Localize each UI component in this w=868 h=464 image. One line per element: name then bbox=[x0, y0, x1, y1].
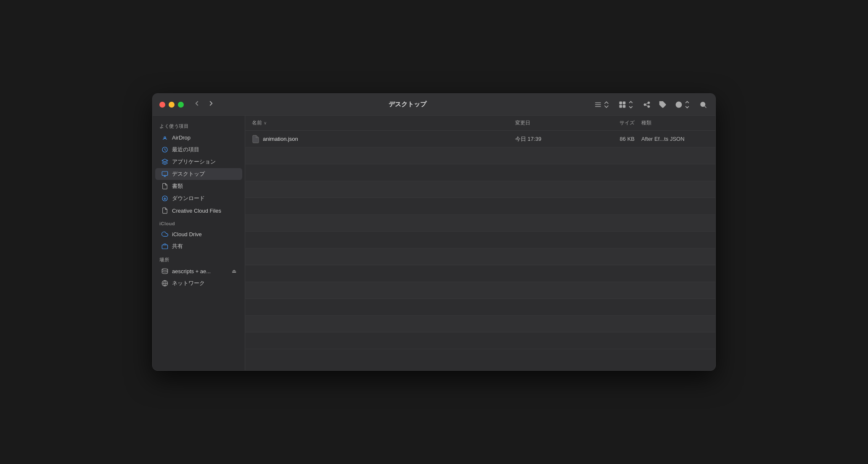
file-name-cell: animation.json bbox=[252, 135, 515, 143]
file-size: 86 KB bbox=[591, 136, 641, 142]
document-icon bbox=[161, 182, 169, 190]
col-header-kind[interactable]: 種類 bbox=[641, 119, 709, 127]
sort-indicator: ∨ bbox=[264, 121, 267, 125]
sidebar-item-recents[interactable]: 最近の項目 bbox=[155, 144, 242, 156]
grid-view-button[interactable] bbox=[617, 99, 636, 110]
empty-row bbox=[245, 316, 715, 332]
file-kind: After Ef...ts JSON bbox=[641, 136, 709, 142]
download-icon bbox=[161, 195, 169, 202]
sidebar-item-airdrop[interactable]: AirDrop bbox=[155, 132, 242, 143]
empty-row bbox=[245, 332, 715, 349]
column-headers: 名前 ∨ 変更日 サイズ 種類 bbox=[245, 116, 715, 131]
airdrop-icon bbox=[161, 134, 169, 141]
sidebar-item-label: 共有 bbox=[172, 243, 183, 250]
sidebar-item-label: 書類 bbox=[172, 182, 183, 190]
sidebar-item-downloads[interactable]: ダウンロード bbox=[155, 192, 242, 204]
sidebar-item-label: aescripts + ae... bbox=[172, 268, 211, 274]
minimize-button[interactable] bbox=[169, 102, 175, 108]
sidebar: よく使う項目 AirDrop 最近の項目 bbox=[153, 116, 245, 370]
file-date: 今日 17:39 bbox=[515, 135, 591, 143]
empty-row bbox=[245, 215, 715, 232]
desktop-icon bbox=[161, 170, 169, 178]
close-button[interactable] bbox=[159, 102, 165, 108]
empty-row bbox=[245, 148, 715, 164]
empty-row bbox=[245, 282, 715, 299]
search-button[interactable] bbox=[698, 99, 709, 110]
nav-buttons bbox=[191, 98, 217, 111]
svg-line-12 bbox=[704, 106, 706, 108]
sidebar-item-label: Creative Cloud Files bbox=[172, 208, 221, 214]
svg-rect-5 bbox=[619, 105, 622, 107]
network-icon bbox=[161, 279, 169, 287]
sidebar-item-desktop[interactable]: デスクトップ bbox=[155, 168, 242, 180]
svg-rect-15 bbox=[162, 171, 167, 175]
clock-icon bbox=[161, 146, 169, 153]
svg-rect-6 bbox=[623, 105, 625, 107]
places-label: 場所 bbox=[153, 253, 245, 265]
empty-row bbox=[245, 265, 715, 282]
empty-row bbox=[245, 198, 715, 215]
sidebar-item-label: アプリケーション bbox=[172, 158, 216, 166]
col-header-date[interactable]: 変更日 bbox=[515, 119, 591, 127]
svg-rect-20 bbox=[162, 245, 167, 249]
icloud-label: iCloud bbox=[153, 217, 245, 228]
tag-button[interactable] bbox=[657, 99, 668, 110]
sidebar-item-label: ダウンロード bbox=[172, 195, 205, 202]
eject-icon[interactable]: ⏏ bbox=[232, 268, 236, 274]
toolbar-right bbox=[593, 99, 709, 110]
sidebar-item-aescripts[interactable]: aescripts + ae... ⏏ bbox=[155, 265, 242, 277]
col-header-name[interactable]: 名前 ∨ bbox=[252, 119, 515, 127]
disk-icon bbox=[161, 267, 169, 275]
sidebar-item-documents[interactable]: 書類 bbox=[155, 180, 242, 192]
sidebar-item-label: iCloud Drive bbox=[172, 231, 202, 237]
svg-rect-4 bbox=[623, 102, 625, 104]
sidebar-item-label: AirDrop bbox=[172, 134, 191, 141]
applications-icon bbox=[161, 158, 169, 166]
sidebar-item-applications[interactable]: アプリケーション bbox=[155, 156, 242, 168]
back-button[interactable] bbox=[191, 98, 203, 111]
sidebar-item-creative-cloud[interactable]: Creative Cloud Files bbox=[155, 205, 242, 216]
empty-row bbox=[245, 164, 715, 181]
empty-row bbox=[245, 248, 715, 265]
icloud-icon bbox=[161, 230, 169, 238]
favorites-label: よく使う項目 bbox=[153, 119, 245, 131]
svg-point-21 bbox=[162, 269, 167, 270]
main-content: 名前 ∨ 変更日 サイズ 種類 bbox=[245, 116, 715, 370]
empty-row bbox=[245, 181, 715, 198]
sidebar-item-label: ネットワーク bbox=[172, 279, 205, 287]
file-name: animation.json bbox=[263, 136, 298, 142]
empty-row bbox=[245, 299, 715, 316]
sidebar-item-label: デスクトップ bbox=[172, 170, 205, 178]
creative-cloud-icon bbox=[161, 207, 169, 214]
shared-icon bbox=[161, 243, 169, 250]
sidebar-item-icloud-drive[interactable]: iCloud Drive bbox=[155, 228, 242, 240]
finder-window: デスクトップ bbox=[152, 93, 716, 371]
sidebar-item-network[interactable]: ネットワーク bbox=[155, 277, 242, 289]
title-bar: デスクトップ bbox=[153, 94, 715, 116]
forward-button[interactable] bbox=[205, 98, 217, 111]
file-list: animation.json 今日 17:39 86 KB After Ef..… bbox=[245, 131, 715, 370]
sidebar-item-shared[interactable]: 共有 bbox=[155, 240, 242, 252]
empty-row bbox=[245, 232, 715, 248]
col-header-size[interactable]: サイズ bbox=[591, 119, 641, 127]
more-options-button[interactable] bbox=[673, 99, 693, 110]
fullscreen-button[interactable] bbox=[178, 102, 184, 108]
window-title: デスクトップ bbox=[222, 100, 593, 108]
table-row[interactable]: animation.json 今日 17:39 86 KB After Ef..… bbox=[245, 131, 715, 148]
traffic-lights bbox=[159, 102, 184, 108]
share-button[interactable] bbox=[641, 99, 652, 110]
svg-rect-3 bbox=[619, 102, 622, 104]
svg-point-11 bbox=[701, 102, 705, 107]
sidebar-item-label: 最近の項目 bbox=[172, 146, 199, 153]
body-area: よく使う項目 AirDrop 最近の項目 bbox=[153, 116, 715, 370]
list-view-button[interactable] bbox=[593, 99, 612, 110]
file-icon bbox=[252, 135, 259, 143]
